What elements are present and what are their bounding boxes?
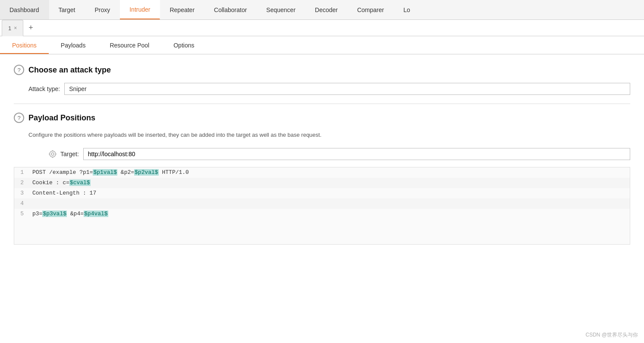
payload-marker: $cval$: [69, 179, 91, 186]
line-number: 4: [14, 200, 29, 207]
line-content: Content-Length : 17: [29, 190, 630, 196]
payload-marker: $p1val$: [93, 169, 117, 176]
line-content: POST /example ?p1=$p1val$ &p2=$p2val$ HT…: [29, 169, 630, 176]
second-nav-item-resource-pool[interactable]: Resource Pool: [97, 36, 161, 54]
line-number: 3: [14, 190, 29, 196]
payload-marker: $p3val$: [42, 211, 67, 217]
main-content: ? Choose an attack type Attack type: ? P…: [0, 54, 644, 255]
tab-1-label: 1: [8, 25, 11, 31]
attack-type-input[interactable]: [64, 83, 630, 95]
line-number: 1: [14, 169, 29, 176]
top-nav-item-lo[interactable]: Lo: [394, 0, 420, 19]
svg-point-1: [51, 153, 54, 155]
top-nav-item-sequencer[interactable]: Sequencer: [257, 0, 305, 19]
code-line-1: 1POST /example ?p1=$p1val$ &p2=$p2val$ H…: [14, 167, 630, 178]
top-navigation: DashboardTargetProxyIntruderRepeaterColl…: [0, 0, 644, 20]
attack-type-help-icon[interactable]: ?: [14, 65, 24, 75]
target-input[interactable]: [83, 148, 630, 160]
attack-type-section-header: ? Choose an attack type: [14, 65, 630, 75]
second-nav-item-options[interactable]: Options: [161, 36, 206, 54]
second-nav-item-positions[interactable]: Positions: [0, 36, 49, 54]
tab-1[interactable]: 1 ×: [2, 20, 23, 36]
second-navigation: PositionsPayloadsResource PoolOptions: [0, 36, 644, 54]
line-content: p3=$p3val$ &p4=$p4val$: [29, 211, 630, 217]
tab-1-close[interactable]: ×: [14, 25, 17, 31]
target-row: Target:: [48, 148, 630, 160]
target-crosshair-icon: [48, 150, 57, 158]
code-line-3: 3Content-Length : 17: [14, 188, 630, 198]
top-nav-item-collaborator[interactable]: Collaborator: [204, 0, 257, 19]
target-label: Target:: [60, 151, 79, 157]
payload-positions-help-icon[interactable]: ?: [14, 113, 24, 123]
line-number: 5: [14, 211, 29, 217]
payload-positions-title: Payload Positions: [28, 113, 95, 123]
payload-marker: $p4val$: [84, 211, 108, 217]
add-tab-button[interactable]: +: [24, 20, 38, 36]
top-nav-item-decoder[interactable]: Decoder: [305, 0, 348, 19]
code-line-2: 2Cookie : c=$cval$: [14, 178, 630, 188]
attack-type-row: Attack type:: [28, 83, 630, 95]
second-nav-item-payloads[interactable]: Payloads: [49, 36, 98, 54]
tabs-row: 1 × +: [0, 20, 644, 36]
payload-positions-section-header: ? Payload Positions: [14, 113, 630, 123]
line-content: Cookie : c=$cval$: [29, 179, 630, 186]
attack-type-title: Choose an attack type: [28, 66, 111, 75]
top-nav-item-target[interactable]: Target: [49, 0, 85, 19]
top-nav-item-intruder[interactable]: Intruder: [120, 0, 160, 19]
payload-marker: $p2val$: [134, 169, 159, 176]
section-divider-1: [14, 104, 630, 104]
top-nav-item-proxy[interactable]: Proxy: [85, 0, 120, 19]
payload-positions-description: Configure the positions where payloads w…: [28, 131, 630, 139]
code-editor[interactable]: 1POST /example ?p1=$p1val$ &p2=$p2val$ H…: [14, 167, 630, 245]
attack-type-label: Attack type:: [28, 85, 60, 92]
top-nav-item-dashboard[interactable]: Dashboard: [0, 0, 49, 19]
svg-point-0: [50, 151, 56, 157]
code-line-4: 4: [14, 198, 630, 209]
top-nav-item-comparer[interactable]: Comparer: [348, 0, 394, 19]
top-nav-item-repeater[interactable]: Repeater: [160, 0, 204, 19]
line-number: 2: [14, 179, 29, 186]
code-line-5: 5p3=$p3val$ &p4=$p4val$: [14, 209, 630, 219]
